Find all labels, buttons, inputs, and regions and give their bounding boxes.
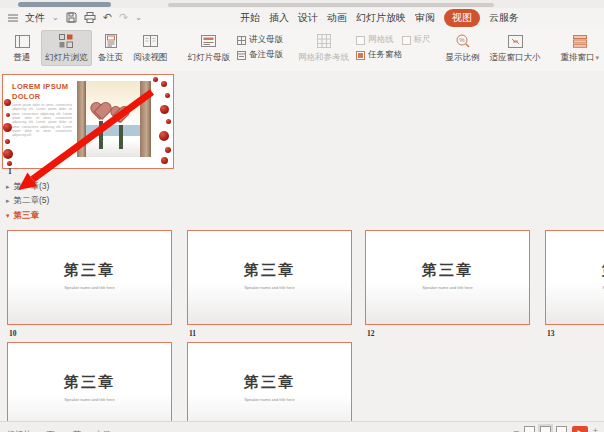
notes-page-button[interactable]: 备注页 bbox=[94, 30, 128, 66]
slide1-number: 1 bbox=[8, 167, 12, 176]
hamburger-menu-icon[interactable] bbox=[8, 14, 18, 22]
slide-sorter-button[interactable]: 幻灯片浏览 bbox=[41, 30, 92, 66]
slide-thumbnail-15[interactable]: 第三章 Speaker name and title here bbox=[187, 342, 352, 432]
document-tab-indicator[interactable] bbox=[18, 2, 111, 7]
collapse-triangle-icon[interactable]: ▸ bbox=[6, 183, 10, 191]
slide-sorter-canvas: LOREM IPSUM DOLOR Lorem ipsum dolor sit … bbox=[0, 71, 604, 432]
notes-master-icon bbox=[237, 51, 246, 60]
fit-window-button[interactable]: 适应窗口大小 bbox=[486, 30, 545, 66]
slide11-number: 11 bbox=[189, 329, 196, 338]
svg-text:%: % bbox=[459, 37, 465, 43]
reading-view-switch-icon[interactable] bbox=[556, 426, 567, 432]
slide-thumbnail-13[interactable]: 第三章 Speaker name and title here bbox=[545, 230, 604, 325]
ribbon-tabs: 开始 插入 设计 动画 幻灯片放映 审阅 视图 云服务 bbox=[240, 8, 519, 27]
save-icon[interactable] bbox=[66, 12, 77, 23]
zoom-in-icon[interactable]: + bbox=[593, 427, 598, 432]
slide-master-button[interactable]: 幻灯片母版 bbox=[184, 30, 235, 66]
slide13-number: 13 bbox=[547, 329, 555, 338]
undo-icon[interactable]: ↶ bbox=[103, 12, 112, 23]
ruler-checkbox[interactable]: 标尺 bbox=[402, 34, 431, 46]
view-ribbon: 普通 幻灯片浏览 备注页 阅读视图 bbox=[0, 27, 604, 72]
notes-master-button[interactable]: 备注母版 bbox=[237, 49, 283, 61]
tab-view[interactable]: 视图 bbox=[444, 9, 480, 27]
normal-view-switch-icon[interactable] bbox=[524, 426, 535, 432]
expand-triangle-icon[interactable]: ▾ bbox=[6, 212, 10, 220]
arrange-windows-icon bbox=[573, 32, 587, 50]
tabstrip-divider bbox=[168, 3, 494, 7]
file-menu[interactable]: 文件 bbox=[25, 11, 45, 25]
slide1-body-text: Lorem ipsum dolor sit amet, consectetur … bbox=[12, 103, 72, 138]
handout-master-icon bbox=[237, 36, 246, 45]
play-slideshow-button[interactable]: ▶ bbox=[572, 426, 588, 432]
slide-sorter-icon bbox=[59, 32, 73, 50]
slide-thumbnail-11[interactable]: 第三章 Speaker name and title here bbox=[187, 230, 352, 325]
section-chapter1[interactable]: ▸ 第一章(3) bbox=[6, 181, 49, 193]
heart-decoration-icon bbox=[90, 103, 110, 122]
redo-icon[interactable]: ↷ bbox=[119, 12, 128, 23]
wps-presentation-window: 文件 ⌄ ↶ ↷ ⌄ 开始 插入 设计 动画 幻灯片放映 审阅 视图 云服务 bbox=[0, 0, 604, 432]
section-chapter3[interactable]: ▾ 第三章 bbox=[6, 210, 39, 222]
slide1-title: LOREM IPSUM DOLOR bbox=[12, 82, 68, 102]
slide-thumbnail-1[interactable]: LOREM IPSUM DOLOR Lorem ipsum dolor sit … bbox=[2, 74, 174, 169]
tab-design[interactable]: 设计 bbox=[298, 11, 318, 25]
tab-insert[interactable]: 插入 bbox=[269, 11, 289, 25]
sorter-view-switch-icon[interactable] bbox=[540, 426, 551, 432]
notes-page-icon bbox=[105, 32, 117, 50]
normal-view-icon bbox=[15, 32, 30, 50]
fit-window-icon bbox=[508, 32, 523, 50]
slide-thumbnail-10[interactable]: 第三章 Speaker name and title here bbox=[7, 230, 172, 325]
reading-view-button[interactable]: 阅读视图 bbox=[130, 30, 172, 66]
section-chapter2[interactable]: ▸ 第二章(5) bbox=[6, 195, 49, 207]
print-icon[interactable] bbox=[84, 12, 96, 23]
task-pane-checkbox-icon bbox=[356, 51, 365, 60]
heart-decoration-icon bbox=[110, 107, 128, 124]
slide12-number: 12 bbox=[367, 329, 375, 338]
handout-master-button[interactable]: 讲义母版 bbox=[237, 34, 283, 46]
ruler-checkbox-icon bbox=[402, 36, 411, 45]
gridlines-checkbox[interactable]: 网格线 bbox=[356, 34, 394, 46]
slide-thumbnail-14[interactable]: 第三章 Speaker name and title here bbox=[7, 342, 172, 432]
slide10-number: 10 bbox=[9, 329, 17, 338]
tab-cloud[interactable]: 云服务 bbox=[489, 11, 519, 25]
grid-guides-icon bbox=[317, 32, 331, 50]
grid-guides-button[interactable]: 网格和参考线 bbox=[294, 30, 353, 66]
menu-bar: 文件 ⌄ ↶ ↷ ⌄ 开始 插入 设计 动画 幻灯片放映 审阅 视图 云服务 bbox=[0, 8, 604, 27]
quick-access-more-icon[interactable]: ⌄ bbox=[135, 14, 142, 22]
reading-view-icon bbox=[143, 32, 158, 50]
zoom-magnifier-icon: % bbox=[456, 32, 470, 50]
status-bar: 幻灯片1/15页 4节 主题 – ▶ + bbox=[0, 421, 604, 432]
tab-home[interactable]: 开始 bbox=[240, 11, 260, 25]
slide-master-icon bbox=[201, 32, 216, 50]
slide-thumbnail-12[interactable]: 第三章 Speaker name and title here bbox=[365, 230, 530, 325]
tab-animation[interactable]: 动画 bbox=[327, 11, 347, 25]
file-menu-caret-icon[interactable]: ⌄ bbox=[52, 14, 59, 22]
window-top-strip bbox=[0, 0, 604, 8]
tab-slideshow[interactable]: 幻灯片放映 bbox=[356, 11, 406, 25]
normal-view-button[interactable]: 普通 bbox=[5, 30, 39, 66]
task-pane-checkbox[interactable]: 任务窗格 bbox=[356, 49, 431, 61]
zoom-out-icon[interactable]: – bbox=[514, 427, 519, 432]
gridlines-checkbox-icon bbox=[356, 36, 365, 45]
tab-review[interactable]: 审阅 bbox=[415, 11, 435, 25]
zoom-button[interactable]: % 显示比例 bbox=[442, 30, 484, 66]
arrange-windows-button[interactable]: 重排窗口▾ bbox=[557, 30, 604, 66]
slide1-photo bbox=[77, 81, 151, 157]
collapse-triangle-icon[interactable]: ▸ bbox=[6, 197, 10, 205]
